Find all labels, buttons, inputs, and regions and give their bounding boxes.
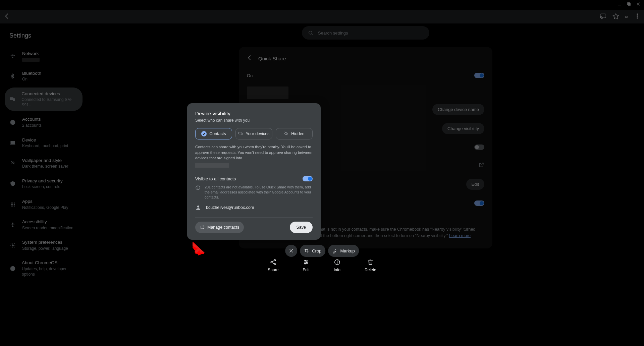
close-snap-button[interactable] <box>285 245 297 257</box>
devices-icon <box>238 131 243 137</box>
edit-action-button[interactable]: Edit <box>303 259 310 272</box>
option-contacts[interactable]: Contacts <box>195 128 232 139</box>
info-button[interactable]: Info <box>334 259 340 272</box>
dialog-subtitle: Select who can share with you <box>195 118 313 123</box>
dialog-title: Device visibility <box>195 111 313 117</box>
modal-scrim[interactable] <box>0 0 644 346</box>
contact-email: bcuzhelives@runbox.com <box>206 205 254 210</box>
crop-button[interactable]: Crop <box>300 245 325 257</box>
option-your-devices[interactable]: Your devices <box>235 128 272 139</box>
svg-rect-36 <box>241 133 243 135</box>
svg-point-39 <box>198 187 198 187</box>
person-icon <box>195 205 201 211</box>
manage-contacts-button[interactable]: Manage contacts <box>195 222 244 233</box>
visible-label: Visible to all contacts <box>195 176 236 181</box>
info-icon <box>195 185 201 190</box>
svg-point-56 <box>337 261 337 261</box>
dialog-description: Contacts can share with you when they're… <box>195 144 313 161</box>
dialog-redacted <box>195 163 229 168</box>
svg-line-46 <box>272 261 274 262</box>
svg-point-40 <box>197 206 199 208</box>
screenshot-toolbar: Crop Markup <box>285 245 359 257</box>
svg-line-47 <box>272 263 274 264</box>
save-button[interactable]: Save <box>290 222 313 233</box>
visible-all-toggle[interactable] <box>303 176 313 181</box>
check-icon <box>201 131 207 136</box>
dialog-note: 201 contacts are not available. To use Q… <box>205 185 313 200</box>
device-visibility-dialog: Device visibility Select who can share w… <box>187 103 321 240</box>
delete-button[interactable]: Delete <box>365 259 376 272</box>
hidden-icon <box>284 131 288 137</box>
markup-button[interactable]: Markup <box>328 245 359 257</box>
option-hidden[interactable]: Hidden <box>276 128 313 139</box>
svg-rect-35 <box>239 132 241 134</box>
share-button[interactable]: Share <box>268 259 278 272</box>
